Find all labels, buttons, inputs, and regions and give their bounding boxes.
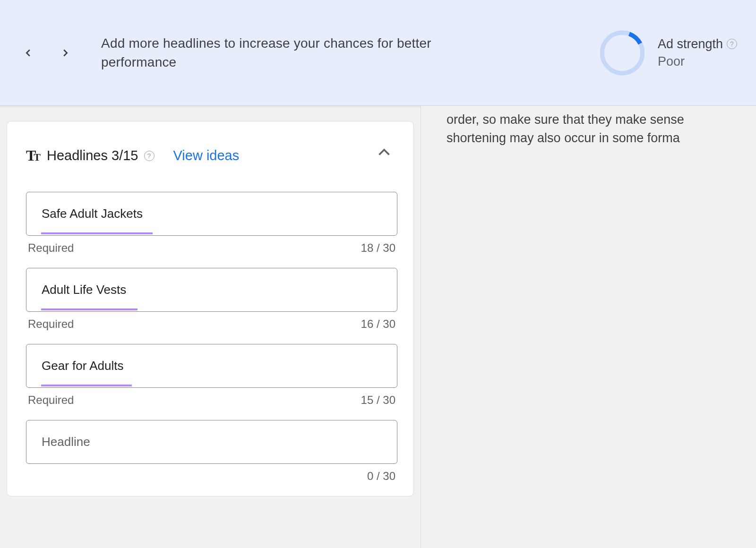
char-counter: 18 / 30	[361, 241, 395, 255]
banner-nav	[21, 45, 73, 60]
headline-input-2[interactable]	[26, 268, 397, 312]
headline-input-1[interactable]	[26, 192, 397, 236]
prev-tip-button[interactable]	[21, 45, 36, 60]
char-counter: 16 / 30	[361, 317, 395, 331]
char-counter: 15 / 30	[361, 394, 395, 407]
ad-strength-banner: Add more headlines to increase your chan…	[0, 0, 756, 106]
help-text-line: order, so make sure that they make sense	[447, 111, 756, 129]
headline-input-3[interactable]	[26, 344, 397, 388]
help-icon[interactable]: ?	[727, 39, 737, 49]
spellcheck-underline	[41, 308, 137, 310]
help-icon[interactable]: ?	[144, 151, 155, 161]
collapse-button[interactable]	[376, 144, 393, 163]
banner-message: Add more headlines to increase your chan…	[101, 34, 460, 71]
ad-strength-label: Ad strength	[658, 37, 723, 51]
next-tip-button[interactable]	[58, 45, 73, 60]
left-panel: TT Headlines 3/15 ? View ideas Required	[0, 106, 421, 548]
right-panel: order, so make sure that they make sense…	[421, 106, 756, 548]
required-label: Required	[28, 394, 74, 407]
headlines-title: Headlines 3/15	[47, 148, 138, 163]
svg-point-1	[598, 29, 646, 77]
view-ideas-link[interactable]: View ideas	[173, 148, 240, 163]
ad-strength-block: Ad strength ? Poor	[598, 29, 737, 77]
ad-strength-value: Poor	[658, 54, 737, 69]
spellcheck-underline	[41, 385, 132, 386]
help-text-line: shortening may also occur in some forma	[447, 129, 756, 147]
required-label: Required	[28, 241, 74, 255]
required-label: Required	[28, 317, 74, 331]
ad-strength-ring-icon	[598, 29, 646, 77]
spellcheck-underline	[41, 232, 153, 234]
text-format-icon: TT	[26, 147, 39, 164]
char-counter: 0 / 30	[367, 470, 395, 483]
headline-input-4[interactable]	[26, 420, 397, 464]
headlines-card: TT Headlines 3/15 ? View ideas Required	[7, 121, 414, 497]
